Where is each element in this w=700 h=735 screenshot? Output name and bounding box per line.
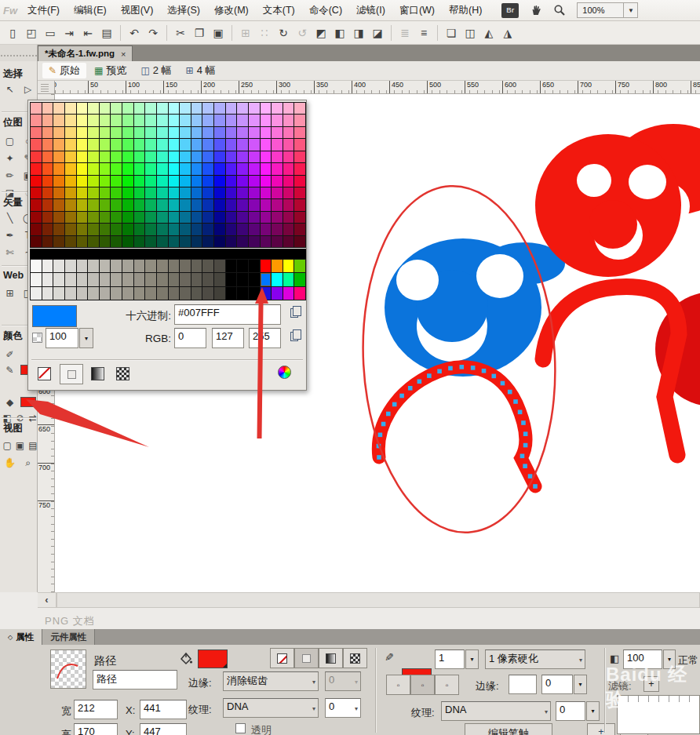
fill-edge-dropdown[interactable]: 消除锯齿▾ [223, 671, 319, 691]
palette-swatch[interactable] [134, 115, 145, 126]
palette-swatch[interactable] [122, 224, 133, 235]
palette-swatch[interactable] [272, 187, 283, 198]
palette-swatch[interactable] [65, 212, 76, 223]
palette-swatch[interactable] [237, 273, 248, 286]
mode-4up-button[interactable]: ⊞ 4 幅 [180, 63, 222, 78]
menu-item-1[interactable]: 编辑(E) [67, 0, 114, 20]
palette-swatch[interactable] [237, 151, 248, 162]
send-to-back-icon[interactable]: ◪ [368, 24, 387, 42]
palette-swatch[interactable] [53, 260, 64, 272]
add-icon[interactable]: + [587, 723, 615, 735]
palette-swatch[interactable] [88, 139, 99, 150]
palette-swatch[interactable] [294, 163, 305, 174]
pencil-tool-icon[interactable]: ✏ [2, 168, 17, 183]
width-input[interactable]: 212 [74, 700, 118, 719]
zoom-dropdown-icon[interactable]: ▼ [623, 3, 637, 17]
palette-swatch[interactable] [145, 151, 156, 162]
copy-rgb-icon[interactable] [290, 332, 298, 341]
palette-swatch[interactable] [180, 103, 191, 114]
palette-swatch[interactable] [294, 103, 305, 114]
solid-color-button[interactable] [60, 364, 83, 384]
palette-swatch[interactable] [42, 103, 53, 114]
palette-swatch[interactable] [283, 103, 294, 114]
palette-swatch[interactable] [237, 260, 248, 272]
palette-swatch[interactable] [42, 115, 53, 126]
copy-hex-icon[interactable] [290, 308, 298, 318]
height-input[interactable]: 170 [74, 723, 118, 735]
palette-swatch[interactable] [180, 199, 191, 210]
palette-swatch[interactable] [65, 163, 76, 174]
palette-swatch[interactable] [111, 260, 122, 272]
palette-swatch[interactable] [169, 139, 180, 150]
palette-swatch[interactable] [122, 103, 133, 114]
menu-item-6[interactable]: 命令(C) [302, 0, 349, 20]
palette-swatch[interactable] [157, 103, 168, 114]
selected-path[interactable] [378, 367, 535, 486]
fill-color-well[interactable] [20, 397, 36, 407]
palette-swatch[interactable] [134, 176, 145, 187]
flip-vertical-icon[interactable]: ◮ [498, 24, 517, 42]
hand-tool-icon[interactable]: ✋ [2, 455, 17, 470]
palette-swatch[interactable] [100, 127, 111, 138]
palette-swatch[interactable] [237, 236, 248, 247]
palette-swatch[interactable] [145, 212, 156, 223]
anchor-point[interactable] [533, 484, 538, 489]
palette-swatch[interactable] [88, 103, 99, 114]
palette-swatch[interactable] [111, 163, 122, 174]
palette-swatch[interactable] [283, 199, 294, 210]
palette-swatch[interactable] [237, 176, 248, 187]
line-tool-icon[interactable]: ╲ [2, 210, 17, 225]
anchor-point[interactable] [523, 443, 528, 448]
palette-swatch[interactable] [237, 187, 248, 198]
scrollbar-thumb[interactable] [57, 593, 700, 607]
pen-tool-icon[interactable]: ✒ [2, 227, 17, 242]
print-icon[interactable]: ▤ [97, 24, 116, 42]
palette-swatch[interactable] [111, 236, 122, 247]
palette-swatch[interactable] [111, 287, 122, 300]
palette-swatch[interactable] [237, 199, 248, 210]
export-icon[interactable]: ⇤ [78, 24, 97, 42]
palette-swatch[interactable] [53, 151, 64, 162]
menu-item-4[interactable]: 修改(M) [207, 0, 256, 20]
palette-swatch[interactable] [157, 199, 168, 210]
palette-swatch[interactable] [202, 163, 213, 174]
palette-swatch[interactable] [169, 236, 180, 247]
palette-swatch[interactable] [31, 103, 42, 114]
palette-swatch[interactable] [294, 212, 305, 223]
opacity-stepper[interactable]: ▾ [663, 649, 676, 669]
palette-swatch[interactable] [272, 176, 283, 187]
menu-item-3[interactable]: 选择(S) [160, 0, 207, 20]
palette-swatch[interactable] [122, 236, 133, 247]
palette-swatch[interactable] [226, 151, 237, 162]
palette-swatch[interactable] [77, 260, 88, 272]
anchor-point[interactable] [399, 394, 404, 398]
palette-swatch[interactable] [294, 273, 305, 286]
palette-swatch[interactable] [249, 199, 260, 210]
palette-swatch[interactable] [191, 176, 202, 187]
hex-input[interactable]: #007FFF [174, 304, 281, 325]
anchor-point[interactable] [381, 422, 386, 427]
palette-swatch[interactable] [31, 224, 42, 235]
menu-item-5[interactable]: 文本(T) [256, 0, 302, 20]
palette-swatch[interactable] [180, 260, 191, 272]
palette-swatch[interactable] [283, 224, 294, 235]
palette-swatch[interactable] [145, 187, 156, 198]
palette-swatch[interactable] [122, 199, 133, 210]
palette-swatch[interactable] [88, 176, 99, 187]
palette-swatch[interactable] [214, 287, 225, 300]
palette-swatch[interactable] [237, 212, 248, 223]
palette-swatch[interactable] [272, 212, 283, 223]
palette-swatch[interactable] [226, 224, 237, 235]
anchor-point[interactable] [520, 454, 525, 459]
anchor-point[interactable] [448, 366, 453, 371]
palette-swatch[interactable] [180, 127, 191, 138]
palette-swatch[interactable] [122, 163, 133, 174]
stroke-center-button[interactable]: ▫ [410, 675, 435, 695]
palette-swatch[interactable] [77, 115, 88, 126]
bridge-icon[interactable]: Br [501, 3, 519, 18]
palette-swatch[interactable] [226, 115, 237, 126]
palette-swatch[interactable] [65, 273, 76, 286]
palette-swatch[interactable] [294, 287, 305, 300]
palette-swatch[interactable] [191, 236, 202, 247]
palette-swatch[interactable] [261, 139, 272, 150]
